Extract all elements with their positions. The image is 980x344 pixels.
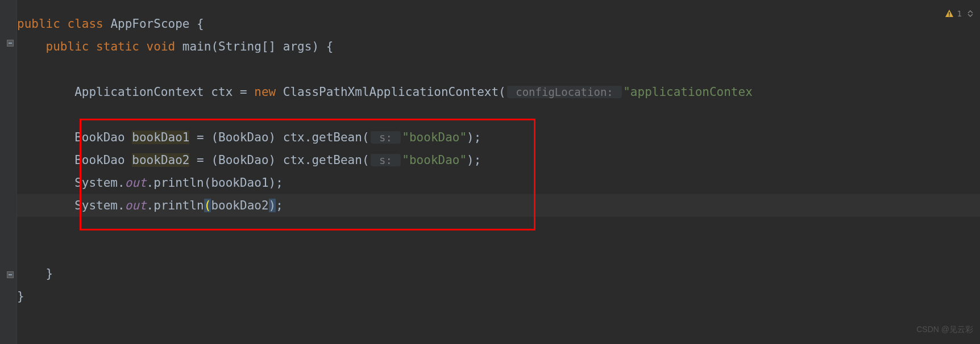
code-line: }	[17, 285, 980, 308]
fold-icon-method[interactable]	[7, 40, 14, 47]
watermark: CSDN @见云彩	[916, 318, 973, 341]
code-line-blank	[17, 240, 980, 262]
fold-icon-method-end[interactable]	[7, 271, 14, 278]
parameter-hint: s:	[371, 131, 401, 144]
code-editor[interactable]: 1 public class AppForScope { public stat…	[0, 0, 980, 344]
code-line: BookDao bookDao2 = (BookDao) ctx.getBean…	[17, 149, 980, 171]
paren-highlight: (	[204, 199, 211, 212]
code-line-blank	[17, 217, 980, 240]
code-line: System.out.println(bookDao1);	[17, 171, 980, 194]
parameter-hint: s:	[371, 154, 401, 166]
parameter-hint: configLocation:	[507, 86, 622, 98]
code-area[interactable]: public class AppForScope { public static…	[17, 0, 980, 344]
code-line: BookDao bookDao1 = (BookDao) ctx.getBean…	[17, 126, 980, 149]
code-line-current: System.out.println(bookDao2);	[17, 194, 980, 217]
code-line: }	[17, 262, 980, 285]
code-line-blank	[17, 58, 980, 81]
code-line: public static void main(String[] args) {	[17, 35, 980, 58]
paren-highlight: )	[269, 199, 276, 212]
gutter	[0, 0, 17, 344]
code-line: public class AppForScope {	[17, 12, 980, 35]
code-line-blank	[17, 103, 980, 126]
code-line: ApplicationContext ctx = new ClassPathXm…	[17, 81, 980, 103]
